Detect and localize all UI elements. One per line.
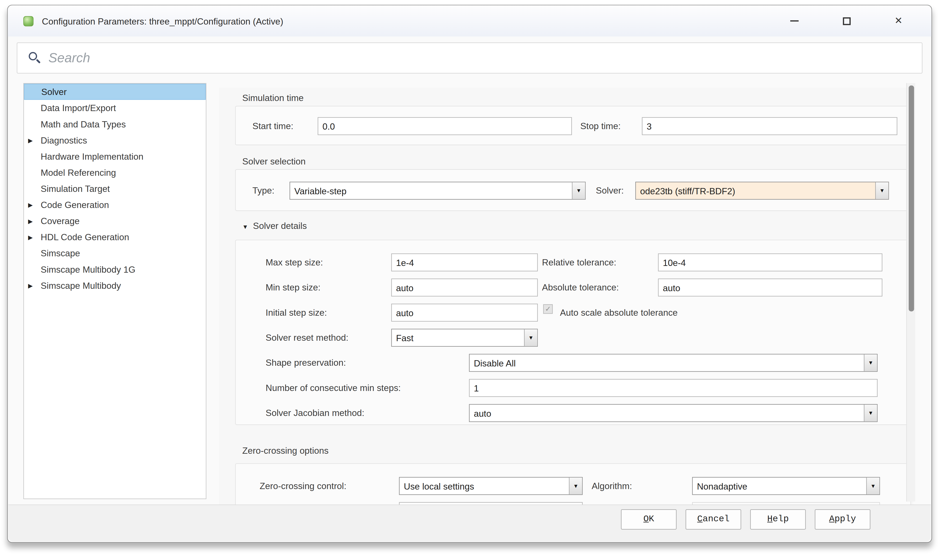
solver-jacobian-method-value: auto	[474, 408, 491, 418]
expand-arrow-icon[interactable]: ▶	[28, 234, 33, 240]
solver-jacobian-method-label: Solver Jacobian method:	[266, 408, 364, 418]
sidebar-item-hardware-implementation[interactable]: Hardware Implementation	[24, 148, 206, 165]
cancel-button[interactable]: Cancel	[686, 509, 741, 530]
maximize-button[interactable]	[838, 12, 855, 30]
sidebar-item-label: HDL Code Generation	[41, 232, 129, 242]
shape-preservation-select[interactable]: Disable All ▼	[469, 354, 878, 372]
minimize-button[interactable]	[785, 12, 804, 30]
auto-scale-checkbox[interactable]: ✓	[543, 304, 553, 314]
zero-crossing-control-label: Zero-crossing control:	[260, 481, 347, 491]
min-step-size-input[interactable]: auto	[391, 278, 538, 297]
window-controls: ✕	[785, 12, 932, 30]
sidebar-item-simulation-target[interactable]: Simulation Target	[24, 181, 206, 197]
stop-time-label: Stop time:	[580, 121, 620, 131]
solver-select[interactable]: ode23tb (stiff/TR-BDF2) ▼	[635, 182, 889, 200]
chevron-down-icon[interactable]: ▼	[524, 329, 537, 346]
chevron-down-icon[interactable]: ▼	[864, 354, 877, 371]
expand-arrow-icon[interactable]: ▶	[28, 202, 33, 208]
sidebar-item-label: Simulation Target	[41, 183, 110, 194]
solver-type-value: Variable-step	[294, 186, 347, 196]
chevron-down-icon[interactable]: ▼	[875, 182, 889, 199]
screen: Configuration Parameters: three_mppt/Con…	[0, 0, 938, 560]
chevron-down-icon[interactable]: ▼	[572, 182, 585, 199]
zero-crossing-control-select[interactable]: Use local settings ▼	[399, 477, 583, 495]
sidebar-item-math-and-data-types[interactable]: Math and Data Types	[24, 116, 206, 132]
algorithm-select[interactable]: Nonadaptive ▼	[692, 477, 880, 495]
solver-type-select[interactable]: Variable-step ▼	[290, 182, 586, 200]
start-time-label: Start time:	[252, 121, 293, 131]
solver-reset-method-value: Fast	[396, 332, 413, 343]
solver-value: ode23tb (stiff/TR-BDF2)	[640, 186, 735, 196]
initial-step-size-input[interactable]: auto	[391, 304, 538, 322]
category-tree: Solver Data Import/Export Math and Data …	[23, 83, 207, 499]
sidebar-item-coverage[interactable]: ▶ Coverage	[24, 213, 206, 229]
sidebar-item-label: Coverage	[41, 216, 80, 226]
configuration-parameters-window: Configuration Parameters: three_mppt/Con…	[7, 5, 932, 543]
solver-selection-heading: Solver selection	[242, 156, 305, 166]
stop-time-input[interactable]: 3	[642, 117, 897, 135]
expand-arrow-icon[interactable]: ▶	[28, 218, 33, 224]
solver-details-toggle[interactable]: ▼Solver details	[242, 220, 307, 231]
sidebar-item-label: Hardware Implementation	[41, 151, 143, 162]
simulation-time-heading: Simulation time	[242, 92, 304, 103]
sidebar-item-simscape[interactable]: Simscape	[24, 245, 206, 261]
consecutive-min-steps-label: Number of consecutive min steps:	[266, 383, 401, 393]
absolute-tolerance-input[interactable]: auto	[658, 278, 882, 297]
shape-preservation-value: Disable All	[474, 358, 516, 368]
help-button[interactable]: Help	[750, 509, 806, 530]
algorithm-value: Nonadaptive	[697, 481, 747, 491]
solver-reset-method-select[interactable]: Fast ▼	[391, 329, 538, 347]
solver-details-heading: Solver details	[253, 220, 307, 231]
vertical-scrollbar[interactable]	[906, 83, 915, 502]
window-title: Configuration Parameters: three_mppt/Con…	[42, 16, 283, 26]
solver-jacobian-method-select[interactable]: auto ▼	[469, 404, 878, 422]
expand-arrow-icon[interactable]: ▶	[28, 137, 33, 143]
solver-selection-group: Type: Variable-step ▼ Solver: ode23tb (s…	[235, 169, 911, 211]
sidebar-item-label: Simscape Multibody	[41, 280, 121, 291]
consecutive-min-steps-input[interactable]: 1	[469, 379, 878, 397]
sidebar-item-simscape-multibody[interactable]: ▶ Simscape Multibody	[24, 277, 206, 293]
minimize-icon	[790, 20, 799, 22]
min-step-size-label: Min step size:	[266, 282, 321, 292]
expand-arrow-icon[interactable]: ▶	[28, 282, 33, 289]
zero-crossing-heading: Zero-crossing options	[242, 445, 329, 455]
sidebar-item-model-referencing[interactable]: Model Referencing	[24, 165, 206, 181]
maximize-icon	[843, 17, 850, 25]
close-icon: ✕	[895, 16, 903, 26]
disclosure-open-icon: ▼	[242, 224, 248, 230]
chevron-down-icon[interactable]: ▼	[569, 477, 582, 494]
initial-step-size-label: Initial step size:	[266, 307, 327, 317]
check-icon: ✓	[545, 305, 551, 313]
sidebar-item-hdl-code-generation[interactable]: ▶ HDL Code Generation	[24, 229, 206, 245]
ok-button[interactable]: OK	[621, 509, 676, 530]
settings-pane: Simulation time Start time: 0.0 Stop tim…	[219, 88, 913, 517]
sidebar-item-label: Model Referencing	[41, 167, 116, 177]
simulation-time-group: Start time: 0.0 Stop time: 3	[235, 106, 911, 145]
close-button[interactable]: ✕	[890, 12, 908, 30]
solver-details-group: Max step size: 1e-4 Relative tolerance: …	[235, 240, 911, 425]
search-icon	[28, 51, 42, 65]
sidebar-item-label: Simscape	[41, 248, 80, 258]
sidebar-item-label: Code Generation	[41, 200, 109, 210]
max-step-size-input[interactable]: 1e-4	[391, 254, 538, 271]
relative-tolerance-input[interactable]: 10e-4	[658, 254, 882, 271]
shape-preservation-label: Shape preservation:	[266, 357, 346, 368]
chevron-down-icon[interactable]: ▼	[864, 405, 877, 422]
sidebar-item-data-import-export[interactable]: Data Import/Export	[24, 100, 206, 116]
algorithm-label: Algorithm:	[592, 481, 632, 491]
sidebar-item-simscape-multibody-1g[interactable]: Simscape Multibody 1G	[24, 261, 206, 277]
sidebar-item-label: Diagnostics	[41, 135, 87, 145]
apply-button[interactable]: Apply	[815, 509, 870, 530]
sidebar-item-code-generation[interactable]: ▶ Code Generation	[24, 197, 206, 213]
absolute-tolerance-label: Absolute tolerance:	[542, 282, 619, 292]
sidebar-item-solver[interactable]: Solver	[24, 84, 206, 100]
sidebar-item-label: Math and Data Types	[41, 119, 126, 129]
sidebar-item-diagnostics[interactable]: ▶ Diagnostics	[24, 132, 206, 148]
chevron-down-icon[interactable]: ▼	[866, 477, 879, 494]
search-input[interactable]: Search	[17, 43, 923, 74]
dialog-footer: OK Cancel Help Apply	[8, 505, 931, 542]
scrollbar-thumb[interactable]	[909, 85, 914, 311]
zero-crossing-control-value: Use local settings	[404, 481, 474, 491]
start-time-input[interactable]: 0.0	[318, 117, 572, 135]
simulink-config-icon	[23, 16, 34, 26]
